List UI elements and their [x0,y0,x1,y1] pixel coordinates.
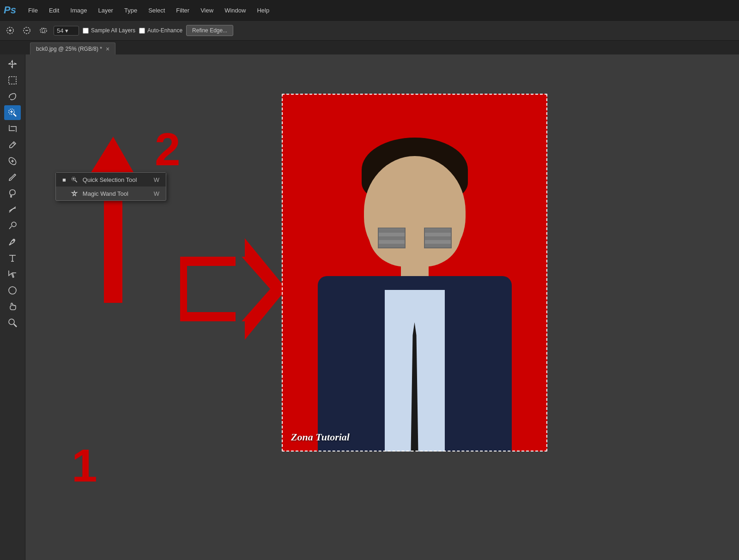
brush-tool[interactable] [4,170,21,185]
person-composite [304,138,526,452]
face [369,184,461,267]
move-tool[interactable] [4,57,21,72]
refine-edge-button[interactable]: Refine Edge... [186,25,233,36]
quick-selection-icon [71,176,78,183]
annotation-number-2: 2 [155,126,181,172]
svg-point-8 [12,222,16,227]
left-sidebar [0,54,25,560]
quick-selection-tool[interactable] [4,105,21,120]
svg-marker-17 [180,238,286,340]
sample-all-layers-checkbox[interactable] [83,28,89,34]
magic-wand-icon [71,190,78,197]
brush-size-arrow: ▾ [65,27,68,34]
brush-size-control[interactable]: 54 ▾ [54,26,79,36]
text-tool[interactable] [4,251,21,265]
svg-point-11 [9,319,14,325]
suit-body [318,276,512,452]
menu-type[interactable]: Type [120,5,142,16]
path-selection-tool[interactable] [4,267,21,282]
options-toolbar: 54 ▾ Sample All Layers Auto-Enhance Refi… [0,20,739,41]
canvas-area: Zona Tutorial ■ Quick Selection Tool W ■… [25,54,739,560]
pen-tool[interactable] [4,235,21,249]
brush-size-value: 54 [57,27,63,34]
annotation-number-1: 1 [72,442,97,488]
head [364,156,466,267]
lasso-tool[interactable] [4,89,21,104]
tab-bar: bck0.jpg @ 25% (RGB/8) * × [0,41,739,54]
hand-tool[interactable] [4,299,21,314]
arrow-up [83,137,141,303]
svg-rect-4 [9,77,16,84]
menu-window[interactable]: Window [220,5,250,16]
menu-select[interactable]: Select [144,5,170,16]
spot-healing-tool[interactable] [4,154,21,169]
arrow-right [180,238,286,340]
menu-image[interactable]: Image [66,5,91,16]
brush-mode-intersect[interactable] [37,24,50,37]
dodge-tool[interactable] [4,218,21,233]
photo-background: Zona Tutorial [282,94,547,452]
ps-logo: Ps [4,4,16,16]
photo-canvas: Zona Tutorial [282,94,547,452]
brush-mode-subtract[interactable] [20,24,33,37]
ctx-quick-selection[interactable]: ■ Quick Selection Tool W [56,173,166,187]
menu-layer[interactable]: Layer [93,5,118,16]
annotation-arrows-svg [51,109,314,464]
marquee-tool[interactable] [4,73,21,88]
tab-close-button[interactable]: × [106,45,109,53]
zoom-tool[interactable] [4,315,21,330]
auto-enhance-checkbox[interactable] [139,28,145,34]
sample-all-layers-label[interactable]: Sample All Layers [83,27,135,34]
tab-title: bck0.jpg @ 25% (RGB/8) * [36,46,102,52]
menu-view[interactable]: View [196,5,218,16]
tab-bck0[interactable]: bck0.jpg @ 25% (RGB/8) * × [30,42,115,54]
menu-file[interactable]: File [24,5,42,16]
svg-marker-18 [187,250,270,328]
right-eye-blur [424,228,452,248]
ctx-quick-selection-key: W [154,176,159,183]
ctx-quick-selection-label: Quick Selection Tool [83,176,137,183]
eyes-area [378,228,452,251]
ctx-active-dot: ■ [62,176,66,183]
menu-edit[interactable]: Edit [44,5,64,16]
ctx-magic-wand-key: W [154,190,159,197]
svg-point-10 [9,287,16,294]
eyedropper-tool[interactable] [4,138,21,152]
watermark: Zona Tutorial [291,431,350,443]
left-eye-blur [378,228,406,248]
svg-line-12 [14,324,17,327]
svg-line-6 [13,143,15,145]
brush-mode-add[interactable] [4,24,17,37]
context-menu: ■ Quick Selection Tool W ■ Magic Wand To… [55,172,166,201]
menu-filter[interactable]: Filter [171,5,194,16]
smudge-tool[interactable] [4,202,21,217]
crop-tool[interactable] [4,121,21,136]
menu-help[interactable]: Help [252,5,274,16]
ctx-magic-wand-label: Magic Wand Tool [83,190,128,197]
ctx-magic-wand[interactable]: ■ Magic Wand Tool W [56,187,166,200]
clone-stamp-tool[interactable] [4,186,21,201]
auto-enhance-label[interactable]: Auto-Enhance [139,27,182,34]
menubar: Ps File Edit Image Layer Type Select Fil… [0,0,739,20]
shape-tool[interactable] [4,283,21,298]
svg-marker-14 [104,183,122,303]
